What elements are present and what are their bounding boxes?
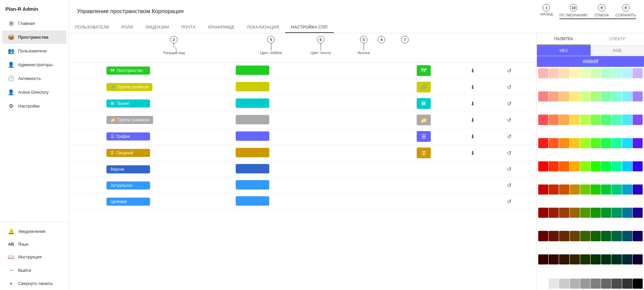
palette-cell[interactable] [559, 138, 569, 148]
sidebar-item-notifications[interactable]: 🔔 Уведомления [2, 225, 66, 238]
sidebar-item-language[interactable]: AB Язык [2, 238, 66, 250]
sidebar-item-users[interactable]: 👥 Пользователи [2, 44, 66, 57]
tab-spp[interactable]: НАСТРОЙКА СПП [285, 22, 333, 33]
palette-cell[interactable] [538, 115, 548, 125]
palette-cell[interactable] [611, 184, 622, 195]
cancel-button[interactable]: ОТМЕНА [594, 12, 609, 18]
type-badge[interactable]: Актуальная [106, 181, 150, 190]
gray-palette-cell[interactable] [622, 279, 632, 289]
type-badge[interactable]: 📁Группа графиков [106, 116, 153, 124]
download-button[interactable]: ⬇ [468, 83, 477, 91]
palette-cell[interactable] [538, 161, 548, 171]
label-color-box[interactable] [236, 196, 269, 206]
palette-cell[interactable] [549, 208, 559, 218]
palette-cell[interactable] [591, 231, 601, 241]
download-button[interactable]: ⬇ [468, 116, 477, 124]
gray-palette-cell[interactable] [570, 279, 580, 289]
panel-tab-spectrum[interactable]: СПЕКТР [591, 33, 644, 45]
palette-cell[interactable] [538, 68, 548, 78]
palette-cell[interactable] [601, 115, 611, 125]
palette-cell[interactable] [633, 208, 643, 218]
palette-cell[interactable] [622, 184, 632, 195]
palette-cell[interactable] [559, 91, 569, 101]
palette-cell[interactable] [538, 184, 548, 195]
icon-box[interactable]: 🗺 [417, 65, 431, 76]
reset-button[interactable]: ↺ [505, 198, 513, 205]
palette-cell[interactable] [580, 68, 590, 78]
palette-cell[interactable] [570, 184, 580, 195]
palette-cell[interactable] [622, 231, 632, 241]
tab-storage[interactable]: ХРАНИЛИЩЕ [202, 22, 241, 33]
reset-button[interactable]: ↺ [505, 83, 513, 91]
palette-cell[interactable] [601, 138, 611, 148]
palette-cell[interactable] [559, 68, 569, 78]
sidebar-item-spaces[interactable]: 📦 Пространства [2, 31, 66, 44]
palette-cell[interactable] [580, 231, 590, 241]
gray-palette-cell[interactable] [549, 279, 559, 289]
label-color-box[interactable] [236, 82, 269, 91]
palette-cell[interactable] [622, 208, 632, 218]
type-badge[interactable]: ☰Сводный [106, 149, 150, 157]
palette-cell[interactable] [559, 208, 569, 218]
palette-cell[interactable] [622, 138, 632, 148]
palette-cell[interactable] [549, 115, 559, 125]
palette-cell[interactable] [580, 254, 590, 264]
palette-cell[interactable] [559, 254, 569, 264]
tab-roles[interactable]: РОЛИ [115, 22, 139, 33]
sidebar-item-logout[interactable]: → Выйти [2, 264, 66, 277]
palette-cell[interactable] [633, 68, 643, 78]
tab-users[interactable]: ПОЛЬЗОВАТЕЛИ [69, 22, 115, 33]
icon-box[interactable]: 📁 [417, 115, 431, 125]
reset-button[interactable]: ↺ [505, 165, 513, 173]
label-color-box[interactable] [236, 66, 269, 75]
gray-palette-cell[interactable] [611, 279, 622, 289]
palette-cell[interactable] [601, 231, 611, 241]
palette-cell[interactable] [559, 184, 569, 195]
palette-cell[interactable] [633, 91, 643, 101]
palette-cell[interactable] [580, 138, 590, 148]
gray-palette-cell[interactable] [538, 279, 548, 289]
palette-cell[interactable] [549, 254, 559, 264]
palette-cell[interactable] [559, 161, 569, 171]
palette-cell[interactable] [580, 115, 590, 125]
palette-cell[interactable] [549, 161, 559, 171]
palette-cell[interactable] [580, 161, 590, 171]
reset-button[interactable]: ↺ [505, 67, 513, 75]
palette-cell[interactable] [591, 68, 601, 78]
label-color-box[interactable] [236, 115, 269, 124]
palette-cell[interactable] [591, 161, 601, 171]
palette-cell[interactable] [580, 208, 590, 218]
palette-cell[interactable] [622, 254, 632, 264]
label-color-box[interactable] [236, 164, 269, 173]
palette-cell[interactable] [591, 115, 601, 125]
gray-palette-cell[interactable] [559, 279, 569, 289]
palette-cell[interactable] [601, 184, 611, 195]
reset-button[interactable]: ↺ [505, 116, 513, 124]
palette-cell[interactable] [601, 254, 611, 264]
reset-button[interactable]: ↺ [505, 149, 513, 157]
palette-cell[interactable] [591, 138, 601, 148]
tab-licenses[interactable]: ЛИЦЕНЗИИ [139, 22, 175, 33]
palette-cell[interactable] [538, 91, 548, 101]
palette-cell[interactable] [622, 115, 632, 125]
type-badge[interactable]: ☰График [106, 132, 150, 140]
label-color-box[interactable] [236, 148, 269, 157]
palette-cell[interactable] [591, 208, 601, 218]
icon-box[interactable]: 🏛 [417, 98, 431, 109]
type-badge[interactable]: 🗺Пространство [106, 67, 150, 75]
palette-cell[interactable] [549, 91, 559, 101]
download-button[interactable]: ⬇ [468, 133, 477, 140]
reset-button[interactable]: ↺ [505, 181, 513, 189]
palette-cell[interactable] [633, 254, 643, 264]
palette-cell[interactable] [622, 91, 632, 101]
palette-cell[interactable] [591, 91, 601, 101]
sidebar-item-guide[interactable]: 📖 Инструкция [2, 250, 66, 263]
gray-palette-cell[interactable] [591, 279, 601, 289]
palette-cell[interactable] [633, 138, 643, 148]
hex-input[interactable] [540, 59, 641, 64]
download-button[interactable]: ⬇ [468, 67, 477, 75]
palette-cell[interactable] [538, 254, 548, 264]
palette-cell[interactable] [559, 231, 569, 241]
label-color-box[interactable] [236, 180, 269, 190]
gray-palette-cell[interactable] [580, 279, 590, 289]
